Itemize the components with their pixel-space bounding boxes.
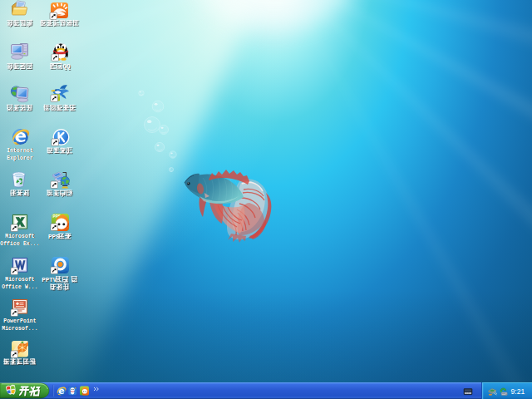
svg-text:QQ: QQ (63, 63, 71, 70)
svg-text:PowerPoint: PowerPoint (3, 318, 37, 324)
svg-text:Microsof...: Microsof... (2, 326, 38, 332)
svg-text:Explorer: Explorer (7, 155, 33, 161)
svg-text:PPTV: PPTV (42, 277, 57, 283)
svg-text:Office Ex...: Office Ex... (0, 241, 39, 247)
svg-text:Microsoft: Microsoft (5, 234, 35, 239)
svg-text:Office W...: Office W... (2, 284, 38, 290)
svg-text:Internet: Internet (7, 148, 33, 154)
svg-text:9:21: 9:21 (511, 387, 525, 396)
svg-text:PPS: PPS (48, 234, 60, 240)
svg-text:Microsoft: Microsoft (5, 277, 35, 283)
